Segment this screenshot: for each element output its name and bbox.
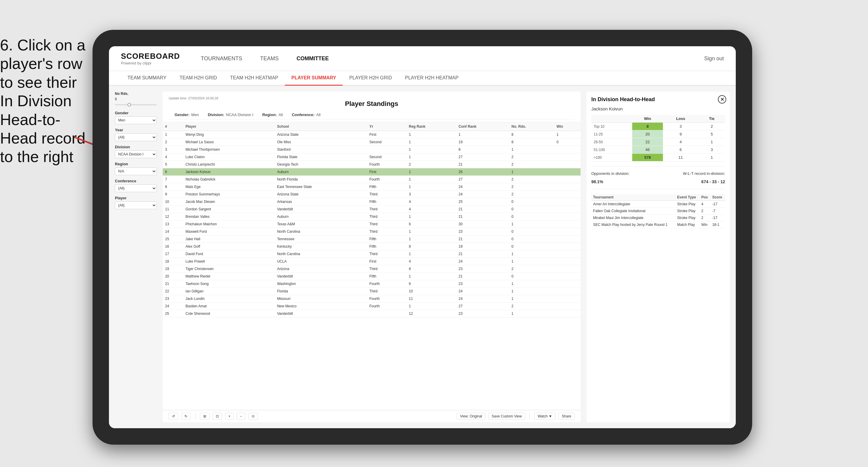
h2h-range: Top 10 xyxy=(591,123,632,130)
cell-win xyxy=(554,176,581,183)
cell-rds: 1 xyxy=(509,250,554,258)
cell-win xyxy=(554,310,581,317)
table-row[interactable]: 4 Luke Claton Florida State Second 1 27 … xyxy=(163,153,581,161)
undo-button[interactable]: ↺ xyxy=(168,413,178,420)
sub-nav-player-h2h-heatmap[interactable]: PLAYER H2H HEATMAP xyxy=(399,71,465,86)
cell-yr: Third xyxy=(367,265,406,273)
cell-yr: First xyxy=(367,168,406,176)
table-row[interactable]: 6 Jackson Koivun Auburn First 1 26 1 xyxy=(163,168,581,176)
table-row[interactable]: 20 Matthew Riedel Vanderbilt Fifth 1 21 … xyxy=(163,273,581,280)
share-button[interactable]: Share xyxy=(558,413,575,420)
table-row[interactable]: 2 Michael La Sasso Ole Miss Second 1 19 … xyxy=(163,138,581,146)
cell-yr: Fifth xyxy=(367,236,406,243)
toolbar-btn-4[interactable]: ⊡ xyxy=(213,413,222,420)
table-row[interactable]: 3 Michael Thorbjornsen Stanford 1 8 1 xyxy=(163,146,581,153)
cell-conf: 21 xyxy=(456,236,509,243)
cell-yr: Fourth xyxy=(367,161,406,168)
table-row[interactable]: 5 Christo Lamprecht Georgia Tech Fourth … xyxy=(163,161,581,168)
sub-nav-team-h2h-grid[interactable]: TEAM H2H GRID xyxy=(173,71,223,86)
conference-filter-select[interactable]: (All) xyxy=(115,184,157,192)
region-filter-select[interactable]: N/A xyxy=(115,167,157,175)
tablet-screen: SCOREBOARD Powered by clippi TOURNAMENTS… xyxy=(109,46,736,428)
table-row[interactable]: 22 Ian Gilligan Florida Third 10 24 1 xyxy=(163,288,581,295)
view-original-button[interactable]: View: Original xyxy=(457,413,485,420)
sub-nav-player-h2h-grid[interactable]: PLAYER H2H GRID xyxy=(343,71,399,86)
toolbar-btn-3[interactable]: ⊞ xyxy=(200,413,210,420)
table-row[interactable]: 11 Gordon Sargent Vanderbilt Third 4 21 … xyxy=(163,206,581,213)
table-row[interactable]: 9 Preston Summerhays Arizona State Third… xyxy=(163,191,581,198)
cell-win xyxy=(554,250,581,258)
toolbar-btn-5[interactable]: + xyxy=(225,413,234,420)
table-row[interactable]: 19 Tiger Christensen Arizona Third 8 23 … xyxy=(163,265,581,273)
table-row[interactable]: 12 Brendan Valles Auburn Third 1 21 0 xyxy=(163,213,581,220)
toolbar-btn-7[interactable]: ⊙ xyxy=(248,413,258,420)
table-row[interactable]: 24 Bastien Amat New Mexico Fourth 1 27 2 xyxy=(163,303,581,310)
redo-button[interactable]: ↻ xyxy=(181,413,191,420)
col-reg-rank: Reg Rank xyxy=(407,122,456,131)
table-row[interactable]: 18 Luke Powell UCLA First 4 24 1 xyxy=(163,258,581,265)
table-row[interactable]: 13 Phichakun Maichon Texas A&M Third 6 3… xyxy=(163,220,581,228)
cell-reg: 4 xyxy=(407,198,456,206)
cell-yr: Second xyxy=(367,153,406,161)
h2h-close-button[interactable]: ✕ xyxy=(718,95,726,103)
table-row[interactable]: 23 Jack Lundin Missouri Fourth 11 24 1 xyxy=(163,295,581,303)
sub-nav-team-summary[interactable]: TEAM SUMMARY xyxy=(121,71,173,86)
sub-nav-team-h2h-heatmap[interactable]: TEAM H2H HEATMAP xyxy=(223,71,285,86)
gender-filter-label: Gender xyxy=(115,111,157,115)
nav-committee[interactable]: COMMITTEE xyxy=(294,54,332,64)
sign-out-button[interactable]: Sign out xyxy=(704,56,724,62)
cell-win: 0 xyxy=(554,138,581,146)
cell-win xyxy=(554,243,581,250)
table-row[interactable]: 17 David Ford North Carolina Third 1 21 … xyxy=(163,250,581,258)
cell-reg: 8 xyxy=(407,265,456,273)
cell-conf: 21 xyxy=(456,213,509,220)
table-row[interactable]: 21 Taehoon Song Washington Fourth 6 23 1 xyxy=(163,280,581,288)
h2h-range: 51-100 xyxy=(591,146,632,154)
toolbar-btn-6[interactable]: − xyxy=(237,413,245,420)
tournament-name: SEC Match Play hosted by Jerry Pate Roun… xyxy=(591,221,676,228)
cell-win xyxy=(554,168,581,176)
region-display: Region: All xyxy=(262,113,283,117)
division-filter-select[interactable]: NCAA Division I xyxy=(115,150,157,158)
h2h-tie: 2 xyxy=(699,123,725,130)
tournament-row: SEC Match Play hosted by Jerry Pate Roun… xyxy=(591,221,725,228)
slider-thumb[interactable] xyxy=(127,103,131,106)
cell-yr: Fifth xyxy=(367,183,406,191)
division-filter-label: Division xyxy=(115,145,157,149)
cell-school: Missouri xyxy=(275,295,367,303)
table-row[interactable]: 10 Jacob Mac Diesen Arkansas Fifth 4 25 … xyxy=(163,198,581,206)
year-filter-select[interactable]: (All) xyxy=(115,133,157,141)
cell-rank: 2 xyxy=(163,138,183,146)
no-rds-slider[interactable] xyxy=(115,104,157,105)
sub-nav: TEAM SUMMARY TEAM H2H GRID TEAM H2H HEAT… xyxy=(109,71,736,86)
gender-filter: Gender Men xyxy=(115,111,157,124)
nav-tournaments[interactable]: TOURNAMENTS xyxy=(198,54,245,64)
gender-display: Gender: Men xyxy=(175,113,199,117)
player-filter-select[interactable]: (All) xyxy=(115,201,157,209)
table-row[interactable]: 15 Jake Hall Tennessee Fifth 1 21 0 xyxy=(163,236,581,243)
gender-filter-select[interactable]: Men xyxy=(115,116,157,124)
watch-button[interactable]: Watch ▼ xyxy=(534,413,556,420)
table-row[interactable]: 25 Cole Sherwood Vanderbilt 12 23 1 xyxy=(163,310,581,317)
cell-conf: 26 xyxy=(456,168,509,176)
nav-teams[interactable]: TEAMS xyxy=(257,54,281,64)
table-row[interactable]: 14 Maxwell Ford North Carolina Third 1 2… xyxy=(163,228,581,236)
cell-player: Bastien Amat xyxy=(183,303,275,310)
table-row[interactable]: 8 Mats Ege East Tennessee State Fifth 1 … xyxy=(163,183,581,191)
table-row[interactable]: 1 Wenyi Ding Arizona State First 1 1 8 1 xyxy=(163,131,581,138)
tournament-name: Amer Ari Intercollegiate xyxy=(591,201,676,208)
cell-win: 1 xyxy=(554,131,581,138)
cell-school: Stanford xyxy=(275,146,367,153)
table-row[interactable]: 16 Alex Goff Kentucky Fifth 8 19 0 xyxy=(163,243,581,250)
cell-conf: 23 xyxy=(456,228,509,236)
cell-school: Ole Miss xyxy=(275,138,367,146)
table-row[interactable]: 7 Nicholas Gabrelick North Florida Fourt… xyxy=(163,176,581,183)
tournament-pos: Win xyxy=(700,221,711,228)
tournament-name: Fallen Oak Collegiate Invitational xyxy=(591,208,676,215)
h2h-loss: 6 xyxy=(663,146,699,154)
save-custom-button[interactable]: Save Custom View xyxy=(488,413,525,420)
sub-nav-player-summary[interactable]: PLAYER SUMMARY xyxy=(285,71,343,86)
cell-player: Jake Hall xyxy=(183,236,275,243)
col-pos: Pos xyxy=(700,194,711,201)
cell-win xyxy=(554,146,581,153)
